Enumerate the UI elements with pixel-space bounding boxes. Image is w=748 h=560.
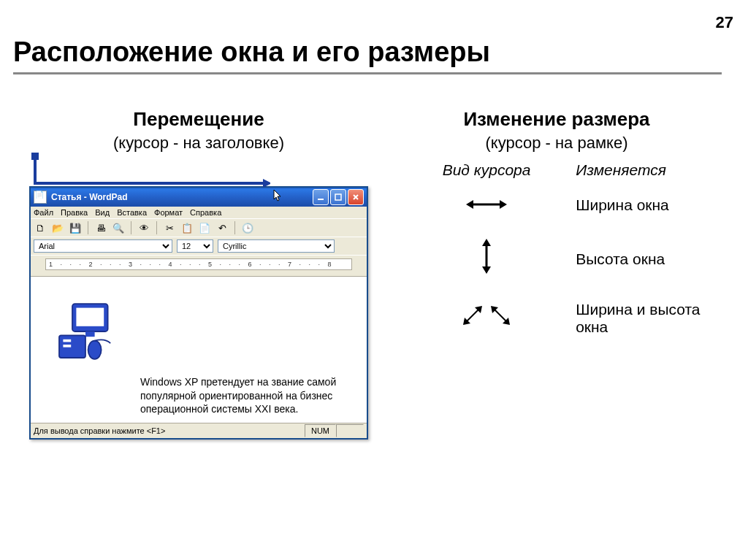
window-controls [313,189,364,205]
svg-rect-1 [31,153,39,160]
new-icon[interactable]: 🗋 [34,221,47,234]
computer-icon [53,299,118,364]
change-both: Ширина и высота окна [576,301,716,336]
open-icon[interactable]: 📂 [51,221,64,234]
menu-view[interactable]: Вид [95,208,110,217]
find-icon[interactable]: 👁 [137,221,150,234]
svg-rect-8 [63,340,71,342]
svg-rect-3 [335,194,341,200]
charset-select[interactable]: Cyrillic [218,239,335,253]
move-title: Перемещение [29,108,368,131]
font-size-select[interactable]: 12 [177,239,213,253]
menu-help[interactable]: Справка [190,208,221,217]
ruler-bar: 1 · · · 2 · · · 3 · · · 4 · · · 5 · · · … [45,258,352,270]
copy-icon[interactable]: 📋 [180,221,194,234]
ruler: 1 · · · 2 · · · 3 · · · 4 · · · 5 · · · … [31,255,367,276]
statusbar: Для вывода справки нажмите <F1> NUM [31,423,367,438]
toolbar: 🗋 📂 💾 🖶 🔍 👁 ✂ 📋 📄 ↶ 🕒 [31,218,367,237]
svg-marker-0 [263,179,270,188]
wordpad-window: Статья - WordPad Файл [29,186,368,440]
resize-header: Вид курсора Изменяется [397,161,716,179]
separator [131,221,131,234]
cursor-horizontal-icon [397,193,576,217]
separator [156,221,157,234]
minimize-button[interactable] [313,189,329,205]
cursor-vertical-icon [397,239,576,279]
header-changes: Изменяется [576,161,716,179]
resize-subtitle: (курсор - на рамке) [397,134,716,153]
menu-file[interactable]: Файл [34,208,53,217]
app-icon [34,191,47,204]
close-button[interactable] [348,189,364,205]
status-grip [336,424,364,437]
resize-title: Изменение размера [397,108,716,131]
status-help: Для вывода справки нажмите <F1> [34,426,305,435]
fontbar: Arial 12 Cyrillic [31,237,367,255]
page-title: Расположение окна и его размеры [13,37,722,74]
svg-rect-2 [318,199,324,200]
print-icon[interactable]: 🖶 [94,221,107,234]
svg-marker-12 [466,200,473,209]
left-column: Перемещение (курсор - на заголовке) Стат… [29,108,368,440]
cut-icon[interactable]: ✂ [163,221,176,234]
status-num: NUM [305,424,336,437]
document-text: Windows XP претендует на звание самой по… [140,375,345,415]
page-number: 27 [716,13,733,32]
resize-table: Вид курсора Изменяется Ширина окна [397,161,716,336]
save-icon[interactable]: 💾 [69,221,82,234]
svg-rect-6 [85,331,95,337]
right-column: Изменение размера (курсор - на рамке) Ви… [397,108,716,440]
titlebar[interactable]: Статья - WordPad [31,188,367,207]
svg-line-17 [466,309,479,322]
svg-marker-13 [500,200,507,209]
resize-row-height: Высота окна [397,239,716,279]
menu-format[interactable]: Формат [154,208,183,217]
undo-icon[interactable]: ↶ [215,221,229,234]
font-name-select[interactable]: Arial [34,239,172,253]
move-subtitle: (курсор - на заголовке) [29,134,368,153]
menubar: Файл Правка Вид Вставка Формат Справка [31,207,367,218]
menu-edit[interactable]: Правка [61,208,88,217]
svg-rect-9 [63,345,71,348]
header-cursor: Вид курсора [397,161,576,179]
preview-icon[interactable]: 🔍 [112,221,125,234]
columns: Перемещение (курсор - на заголовке) Стат… [29,108,716,440]
change-height: Высота окна [576,250,716,268]
menu-insert[interactable]: Вставка [117,208,147,217]
svg-marker-16 [482,266,491,274]
paste-icon[interactable]: 📄 [198,221,211,234]
svg-marker-15 [482,239,491,246]
resize-row-width: Ширина окна [397,193,716,217]
change-width: Ширина окна [576,196,716,214]
resize-row-both: Ширина и высота окна [397,301,716,336]
cursor-icon [273,189,283,205]
svg-line-20 [494,309,507,322]
maximize-button[interactable] [330,189,346,205]
document-area[interactable]: Windows XP претендует на звание самой по… [31,276,367,423]
separator [88,221,88,234]
separator [234,221,235,234]
window-title: Статья - WordPad [51,192,273,202]
cursor-diagonal-icon [397,302,576,336]
svg-point-10 [88,341,102,359]
svg-rect-5 [76,308,104,326]
datetime-icon[interactable]: 🕒 [241,221,254,234]
arrow-wrap [29,160,368,186]
